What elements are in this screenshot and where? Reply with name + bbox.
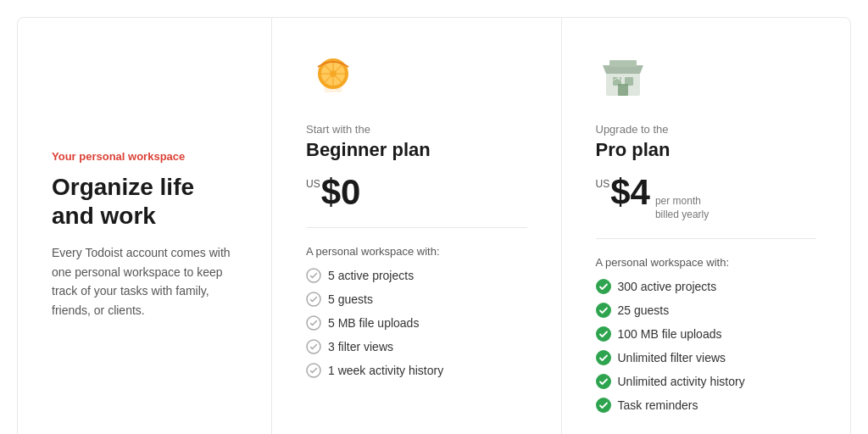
check-circle-filled-icon	[596, 303, 611, 318]
feature-text: Unlimited filter views	[618, 351, 726, 364]
pro-plan-column: Upgrade to the Pro plan US $4 per month …	[562, 18, 851, 434]
svg-rect-16	[609, 60, 637, 67]
svg-point-18	[596, 279, 611, 294]
svg-point-20	[596, 326, 611, 342]
list-item: Unlimited filter views	[596, 350, 817, 365]
check-circle-icon	[306, 292, 321, 307]
check-circle-icon	[306, 339, 321, 354]
beginner-plan-name: Beginner plan	[306, 139, 527, 161]
list-item: 25 guests	[596, 303, 817, 318]
svg-point-17	[617, 77, 620, 80]
feature-text: 5 active projects	[328, 269, 414, 282]
description: Every Todoist account comes with one per…	[52, 243, 237, 320]
pro-feature-list: 300 active projects 25 guests	[596, 279, 817, 413]
feature-text: 3 filter views	[328, 340, 393, 353]
check-circle-filled-icon	[596, 350, 611, 365]
svg-rect-15	[618, 84, 628, 96]
pro-currency: US	[596, 178, 610, 190]
pro-price-billed: billed yearly	[655, 209, 709, 222]
list-item: Unlimited activity history	[596, 374, 817, 389]
list-item: 5 guests	[306, 292, 527, 307]
check-circle-icon	[306, 315, 321, 331]
pro-price-row: US $4 per month billed yearly	[596, 175, 817, 221]
beginner-plan-icon	[306, 48, 360, 103]
list-item: 300 active projects	[596, 279, 817, 294]
pro-price-meta: per month billed yearly	[655, 195, 709, 221]
pro-features-label: A personal workspace with:	[596, 256, 817, 269]
check-circle-filled-icon	[596, 374, 611, 389]
feature-text: 1 week activity history	[328, 364, 443, 377]
feature-text: 25 guests	[618, 303, 670, 317]
pro-price: $4	[610, 175, 650, 210]
feature-text: 300 active projects	[618, 280, 717, 293]
check-circle-filled-icon	[596, 398, 611, 413]
svg-point-22	[596, 374, 611, 389]
check-circle-filled-icon	[596, 326, 611, 342]
pro-plan-name: Pro plan	[596, 139, 817, 161]
beginner-features-label: A personal workspace with:	[306, 245, 527, 258]
list-item: Task reminders	[596, 398, 817, 413]
beginner-price: $0	[321, 175, 361, 210]
check-circle-filled-icon	[596, 279, 611, 294]
check-circle-icon	[306, 268, 321, 283]
list-item: 1 week activity history	[306, 363, 527, 378]
svg-point-23	[596, 398, 611, 413]
beginner-feature-list: 5 active projects 5 guests	[306, 268, 527, 378]
svg-point-19	[596, 303, 611, 318]
svg-point-6	[330, 70, 337, 77]
beginner-divider	[306, 227, 527, 228]
list-item: 5 active projects	[306, 268, 527, 283]
main-title: Organize life and work	[52, 173, 237, 230]
workspace-label: Your personal workspace	[52, 150, 237, 163]
pro-price-period: per month	[655, 195, 709, 209]
right-panel: Start with the Beginner plan US $0 A per…	[272, 18, 850, 434]
list-item: 3 filter views	[306, 339, 527, 354]
feature-text: 5 MB file uploads	[328, 316, 419, 330]
beginner-currency: US	[306, 178, 320, 190]
beginner-plan-subtitle: Start with the	[306, 123, 527, 136]
feature-text: Unlimited activity history	[618, 375, 745, 388]
pricing-container: Your personal workspace Organize life an…	[17, 17, 851, 434]
list-item: 100 MB file uploads	[596, 326, 817, 342]
beginner-price-row: US $0	[306, 175, 527, 210]
feature-text: 100 MB file uploads	[618, 327, 722, 341]
list-item: 5 MB file uploads	[306, 315, 527, 331]
pro-plan-subtitle: Upgrade to the	[596, 123, 817, 136]
svg-point-21	[596, 350, 611, 365]
pro-divider	[596, 238, 817, 239]
check-circle-icon	[306, 363, 321, 378]
feature-text: Task reminders	[618, 398, 698, 412]
feature-text: 5 guests	[328, 292, 373, 306]
beginner-plan-column: Start with the Beginner plan US $0 A per…	[272, 18, 562, 434]
pro-plan-icon	[596, 48, 650, 103]
left-panel: Your personal workspace Organize life an…	[18, 18, 272, 434]
